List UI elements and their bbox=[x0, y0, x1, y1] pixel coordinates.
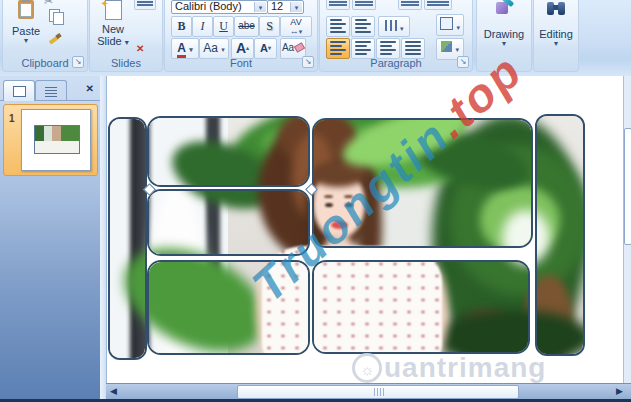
photo-scene bbox=[110, 119, 145, 358]
strikethrough-button[interactable]: abe bbox=[234, 16, 259, 37]
justify-button[interactable] bbox=[401, 38, 425, 59]
align-text-icon bbox=[440, 17, 453, 30]
columns-icon bbox=[385, 20, 397, 31]
photo-piece-left-middle[interactable] bbox=[147, 189, 310, 256]
cut-icon[interactable]: ✂ bbox=[44, 0, 53, 8]
new-slide-label-1: New bbox=[94, 23, 132, 35]
numbering-button-partial[interactable] bbox=[352, 0, 376, 10]
eraser-icon bbox=[294, 42, 305, 53]
clear-formatting-label: Aa bbox=[282, 42, 294, 53]
font-dialog-launcher[interactable]: ↘ bbox=[302, 56, 314, 68]
layout-button-partial[interactable] bbox=[134, 0, 156, 10]
change-case-dropdown-icon[interactable]: ▾ bbox=[221, 46, 225, 53]
paste-dropdown-icon[interactable]: ▾ bbox=[9, 37, 43, 44]
align-center-button[interactable] bbox=[351, 38, 375, 59]
drawing-button[interactable]: Drawing ▾ bbox=[479, 0, 529, 60]
panel-close-icon[interactable]: ✕ bbox=[86, 83, 94, 94]
drawing-dropdown-icon[interactable]: ▾ bbox=[479, 40, 529, 47]
paste-button[interactable]: Paste ▾ bbox=[9, 0, 43, 54]
font-size-combo[interactable]: 12 ▾ bbox=[267, 0, 304, 14]
outline-tab-icon bbox=[45, 85, 57, 97]
bold-button[interactable]: B bbox=[171, 16, 192, 37]
grow-font-button[interactable]: A▴ bbox=[231, 38, 254, 59]
ribbon-group-font: Calibri (Body) ▾ 12 ▾ B I U abe S AV ↔▾ … bbox=[164, 0, 318, 72]
ribbon-group-paragraph: ▾ ▾ ▾ Paragraph ↘ bbox=[319, 0, 473, 72]
sparkle-icon: ✦ bbox=[101, 0, 109, 9]
copy-button[interactable] bbox=[49, 9, 63, 23]
decrease-indent-button[interactable] bbox=[326, 16, 350, 37]
columns-button[interactable]: ▾ bbox=[378, 16, 410, 37]
panel-tabs: ✕ bbox=[0, 78, 100, 101]
slides-group-label: Slides bbox=[90, 57, 162, 69]
align-text-button[interactable]: ▾ bbox=[436, 14, 464, 36]
photo-scene bbox=[314, 120, 531, 246]
shrink-font-button[interactable]: A▾ bbox=[254, 38, 277, 59]
photo-scene bbox=[314, 262, 528, 352]
drawing-icon bbox=[495, 0, 513, 16]
ribbon-group-clipboard: ✂ Paste ▾ Clipboard ↘ bbox=[2, 0, 88, 72]
scroll-right-icon[interactable]: ▶ bbox=[616, 386, 623, 396]
grow-font-label: A bbox=[236, 40, 246, 56]
paragraph-dialog-launcher[interactable]: ↘ bbox=[457, 56, 469, 68]
slides-tab-icon bbox=[13, 86, 26, 97]
panel-splitter[interactable] bbox=[100, 76, 107, 402]
text-shadow-button[interactable]: S bbox=[259, 16, 280, 37]
font-name-dropdown-icon[interactable]: ▾ bbox=[254, 2, 266, 12]
photo-piece-left-strip[interactable] bbox=[108, 117, 147, 360]
change-case-button[interactable]: Aa ▾ bbox=[199, 38, 229, 59]
font-color-button[interactable]: A ▾ bbox=[171, 38, 199, 59]
ribbon-group-editing: Editing ▾ bbox=[533, 0, 579, 72]
new-slide-button[interactable]: ✦ New Slide ▾ bbox=[94, 0, 132, 56]
change-case-label: Aa bbox=[203, 41, 218, 55]
format-painter-button[interactable] bbox=[48, 31, 63, 46]
slide-thumbnail-image bbox=[34, 125, 80, 154]
editing-button[interactable]: Editing ▾ bbox=[534, 0, 578, 60]
slide-thumbnail[interactable] bbox=[21, 109, 91, 171]
character-spacing-button[interactable]: AV ↔▾ bbox=[280, 16, 312, 37]
align-left-button[interactable] bbox=[326, 38, 350, 59]
increase-indent-button[interactable] bbox=[351, 16, 375, 37]
tab-outline[interactable] bbox=[35, 80, 67, 101]
tab-slides[interactable] bbox=[3, 80, 35, 101]
font-name-combo[interactable]: Calibri (Body) ▾ bbox=[171, 0, 268, 14]
slide-number: 1 bbox=[9, 113, 15, 124]
vertical-scrollbar-thumb[interactable] bbox=[624, 128, 631, 245]
bullets-button-partial[interactable] bbox=[326, 0, 350, 10]
font-size-dropdown-icon[interactable]: ▾ bbox=[290, 2, 302, 12]
paragraph-group-label: Paragraph bbox=[320, 57, 472, 69]
photo-piece-right-strip[interactable] bbox=[535, 114, 585, 356]
ribbon-group-drawing: Drawing ▾ bbox=[476, 0, 532, 72]
copy-icon bbox=[49, 9, 63, 23]
slide-thumbnail-selected[interactable]: 1 bbox=[3, 104, 98, 176]
clipboard-dialog-launcher[interactable]: ↘ bbox=[72, 56, 84, 68]
photo-piece-right-top[interactable] bbox=[312, 118, 533, 248]
powerpoint-window: ✂ Paste ▾ Clipboard ↘ ✦ New Slide ▾ ✕ Sl… bbox=[0, 0, 631, 402]
binoculars-icon bbox=[547, 2, 565, 15]
font-color-dropdown-icon[interactable]: ▾ bbox=[189, 46, 193, 53]
italic-button[interactable]: I bbox=[192, 16, 213, 37]
text-direction-button-partial[interactable] bbox=[424, 0, 452, 10]
delete-slide-icon: ✕ bbox=[136, 43, 144, 54]
scrollbar-grip bbox=[374, 388, 384, 396]
ribbon-group-slides: ✦ New Slide ▾ ✕ Slides bbox=[89, 0, 163, 72]
photo-piece-right-bottom[interactable] bbox=[312, 260, 530, 354]
align-right-button[interactable] bbox=[376, 38, 400, 59]
underline-button[interactable]: U bbox=[213, 16, 234, 37]
editing-dropdown-icon[interactable]: ▾ bbox=[534, 40, 578, 47]
slide-canvas[interactable]: ◀ ▶ bbox=[100, 76, 631, 402]
font-group-label: Font bbox=[165, 57, 317, 69]
line-spacing-button-partial[interactable] bbox=[398, 0, 422, 10]
photo-scene bbox=[149, 262, 308, 353]
horizontal-scrollbar-thumb[interactable] bbox=[237, 385, 519, 399]
scroll-left-icon[interactable]: ◀ bbox=[110, 386, 117, 396]
photo-piece-left-bottom[interactable] bbox=[147, 260, 310, 355]
photo-piece-left-top[interactable] bbox=[147, 116, 310, 187]
slides-panel: ✕ 1 bbox=[0, 76, 101, 402]
photo-scene bbox=[537, 116, 583, 354]
delete-slide-button[interactable]: ✕ bbox=[136, 38, 144, 56]
vertical-scrollbar[interactable] bbox=[623, 76, 631, 384]
horizontal-scrollbar[interactable]: ◀ ▶ bbox=[106, 383, 631, 399]
photo-scene bbox=[149, 191, 308, 254]
format-painter-icon bbox=[48, 31, 63, 46]
font-color-label: A bbox=[177, 42, 186, 58]
